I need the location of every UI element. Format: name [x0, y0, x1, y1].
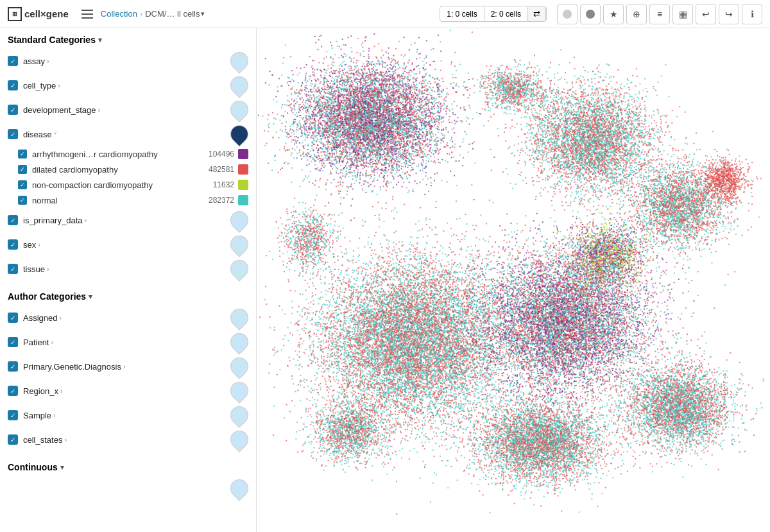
author-categories-chevron: ▾	[89, 293, 92, 301]
standard-categories-chevron: ▾	[98, 36, 102, 44]
sub-row-normal[interactable]: normal 282372	[18, 193, 256, 208]
cell-counter-2[interactable]: 2: 0 cells	[484, 7, 528, 21]
cat-label-dev-stage: development_stage ›	[23, 105, 230, 115]
cat-label-cell-states: cell_states ›	[23, 435, 230, 445]
category-row-sample[interactable]: Sample ›	[0, 403, 256, 427]
sub-color-dilated[interactable]	[238, 164, 248, 175]
toolbar-zoom[interactable]: ⊕	[626, 4, 647, 24]
toolbar-list[interactable]: ≡	[649, 4, 670, 24]
continuous-header[interactable]: Continuous ▾	[0, 456, 256, 476]
continuous-chevron: ▾	[60, 463, 64, 472]
category-row-cell-states[interactable]: cell_states ›	[0, 427, 256, 452]
toolbar-circle-grey[interactable]	[557, 4, 578, 24]
breadcrumb-dataset[interactable]: DCM/… ll cells ▾	[145, 9, 205, 19]
sub-checkbox-non-compaction[interactable]	[18, 180, 27, 189]
cat-label-region-x: Region_x ›	[23, 386, 230, 396]
color-swatch-continuous[interactable]	[227, 476, 252, 501]
continuous-label: Continuous	[8, 462, 58, 472]
sub-row-arrhythmogenic[interactable]: arrhythmogeni…r cardiomyopathy 104496	[18, 146, 256, 162]
color-swatch-assay[interactable]	[227, 48, 252, 74]
cat-label-disease: disease ᵛ	[23, 130, 230, 139]
color-swatch-tissue[interactable]	[227, 256, 252, 282]
sub-count-non-compaction: 11632	[213, 180, 234, 189]
checkbox-tissue[interactable]	[8, 264, 18, 274]
checkbox-cell-type[interactable]	[8, 80, 18, 90]
toolbar-circle-dark[interactable]	[580, 4, 601, 24]
breadcrumb: Collection › DCM/… ll cells ▾	[101, 9, 205, 19]
checkbox-dev-stage[interactable]	[8, 105, 18, 115]
logo-text: cell×gene	[24, 8, 69, 19]
cell-counter-1[interactable]: 1: 0 cells	[440, 7, 484, 21]
scatter-canvas	[257, 28, 770, 532]
checkbox-disease[interactable]	[8, 129, 18, 139]
sub-color-normal[interactable]	[238, 195, 248, 205]
color-swatch-assigned[interactable]	[227, 305, 252, 330]
breadcrumb-sep1: ›	[140, 9, 142, 19]
checkbox-primary-genetic[interactable]	[8, 361, 18, 372]
color-swatch-sex[interactable]	[227, 232, 252, 257]
sub-checkbox-arrhythmogenic[interactable]	[18, 150, 27, 159]
sub-row-dilated[interactable]: dilated cardiomyopathy 482581	[18, 162, 256, 177]
color-swatch-dev-stage[interactable]	[227, 97, 252, 123]
color-swatch-region-x[interactable]	[227, 378, 252, 404]
checkbox-cell-states[interactable]	[8, 434, 18, 445]
disease-sub-rows: arrhythmogeni…r cardiomyopathy 104496 di…	[0, 146, 256, 208]
category-row-sex[interactable]: sex ›	[0, 232, 256, 257]
category-row-cell-type[interactable]: cell_type ›	[0, 73, 256, 98]
author-categories-label: Author Categories	[8, 291, 86, 302]
color-swatch-sample[interactable]	[227, 402, 252, 428]
category-row-patient[interactable]: Patient ›	[0, 330, 256, 354]
category-row-primary-genetic[interactable]: Primary.Genetic.Diagnosis ›	[0, 354, 256, 379]
scatter-plot-area[interactable]	[257, 28, 770, 532]
color-swatch-disease[interactable]	[227, 121, 252, 147]
color-swatch-primary-data[interactable]	[227, 207, 252, 233]
author-categories-header[interactable]: Author Categories ▾	[0, 285, 256, 305]
category-row-tissue[interactable]: tissue ›	[0, 257, 256, 281]
color-swatch-cell-states[interactable]	[227, 427, 252, 452]
continuous-swatch-row	[0, 476, 256, 501]
sub-color-arrhythmogenic[interactable]	[238, 149, 248, 159]
standard-categories-label: Standard Categories	[8, 35, 96, 45]
hamburger-button[interactable]	[79, 7, 96, 21]
sub-color-non-compaction[interactable]	[238, 180, 248, 190]
sub-checkbox-dilated[interactable]	[18, 165, 27, 174]
checkbox-region-x[interactable]	[8, 386, 18, 396]
category-row-disease[interactable]: disease ᵛ	[0, 122, 256, 146]
toolbar-info[interactable]: ℹ	[742, 4, 762, 24]
sidebar: Standard Categories ▾ assay › cell_type …	[0, 28, 257, 532]
color-swatch-patient[interactable]	[227, 329, 252, 355]
toolbar-redo[interactable]: ↪	[719, 4, 739, 24]
logo: ⊞ cell×gene	[8, 7, 69, 21]
sub-count-arrhythmogenic: 104496	[209, 150, 234, 159]
main-layout: Standard Categories ▾ assay › cell_type …	[0, 28, 770, 532]
toolbar-star[interactable]: ★	[603, 4, 624, 24]
cat-label-sex: sex ›	[23, 240, 230, 250]
toolbar-undo[interactable]: ↩	[696, 4, 716, 24]
sub-label-dilated: dilated cardiomyopathy	[32, 165, 209, 175]
checkbox-sex[interactable]	[8, 239, 18, 250]
category-row-assay[interactable]: assay ›	[0, 49, 256, 73]
standard-categories-header[interactable]: Standard Categories ▾	[0, 28, 256, 49]
checkbox-sample[interactable]	[8, 410, 18, 420]
cell-counter-swap[interactable]: ⇄	[528, 6, 546, 21]
category-row-primary-data[interactable]: is_primary_data ›	[0, 208, 256, 232]
checkbox-assay[interactable]	[8, 56, 18, 66]
checkbox-patient[interactable]	[8, 337, 18, 347]
logo-icon: ⊞	[8, 7, 22, 21]
color-swatch-cell-type[interactable]	[227, 73, 252, 98]
category-row-dev-stage[interactable]: development_stage ›	[0, 98, 256, 122]
sub-label-arrhythmogenic: arrhythmogeni…r cardiomyopathy	[32, 150, 209, 159]
category-row-assigned[interactable]: Assigned ›	[0, 305, 256, 330]
toolbar-chart[interactable]: ▦	[672, 4, 693, 24]
cat-label-tissue: tissue ›	[23, 264, 230, 274]
cat-label-sample: Sample ›	[23, 411, 230, 420]
svg-point-1	[586, 10, 595, 19]
category-row-region-x[interactable]: Region_x ›	[0, 379, 256, 403]
breadcrumb-collection[interactable]: Collection	[101, 9, 137, 19]
checkbox-assigned[interactable]	[8, 313, 18, 323]
sub-checkbox-normal[interactable]	[18, 196, 27, 205]
sub-row-non-compaction[interactable]: non-compaction cardiomyopathy 11632	[18, 177, 256, 193]
checkbox-primary-data[interactable]	[8, 215, 18, 225]
color-swatch-primary-genetic[interactable]	[227, 354, 252, 379]
cat-label-primary-genetic: Primary.Genetic.Diagnosis ›	[23, 362, 230, 372]
